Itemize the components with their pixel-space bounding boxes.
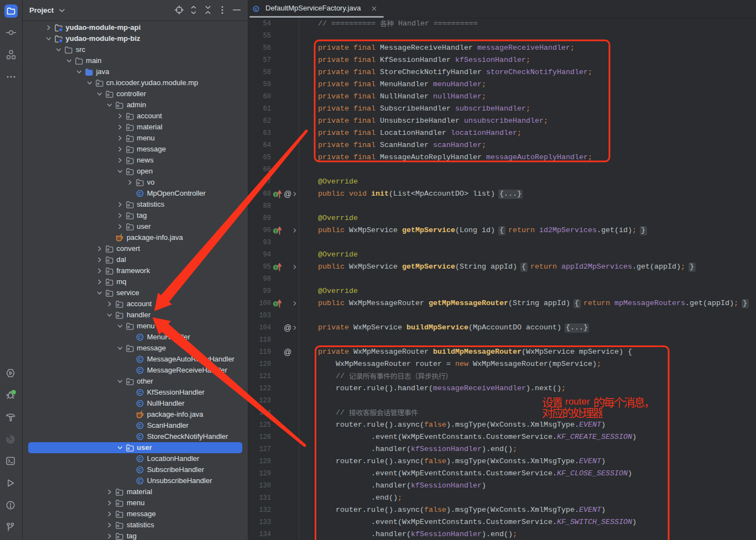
- svg-text:C: C: [138, 434, 142, 439]
- svg-text:C: C: [138, 368, 142, 373]
- svg-text:C: C: [138, 191, 142, 196]
- svg-text:C: C: [138, 356, 142, 362]
- svg-text:C: C: [138, 423, 142, 428]
- svg-text:C: C: [138, 467, 142, 473]
- svg-text:C: C: [138, 334, 142, 340]
- svg-text:C: C: [138, 390, 142, 395]
- svg-text:C: C: [138, 401, 142, 406]
- svg-text:C: C: [254, 7, 258, 12]
- svg-text:C: C: [138, 456, 142, 462]
- svg-text:C: C: [138, 478, 142, 484]
